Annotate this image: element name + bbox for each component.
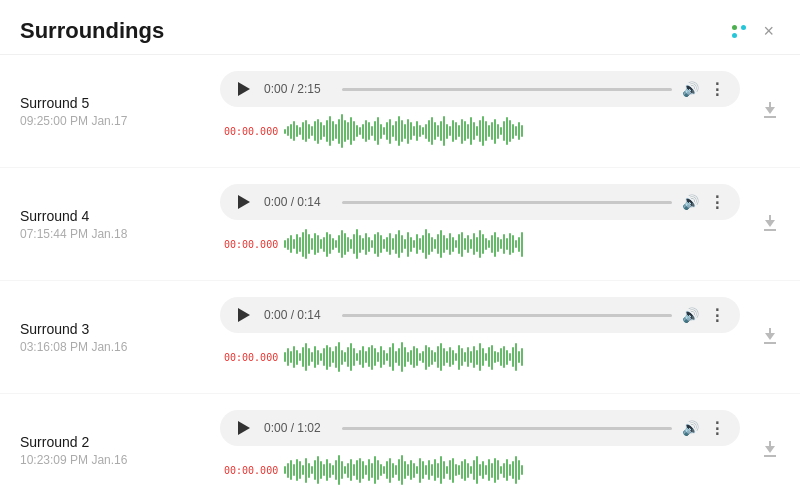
download-button[interactable] bbox=[760, 100, 780, 122]
audio-player: 0:00 / 1:02 🔊 ⋮ bbox=[220, 410, 740, 446]
waveform-bar bbox=[431, 464, 433, 477]
waveform-bar bbox=[311, 126, 313, 136]
waveform-bar bbox=[410, 460, 412, 480]
recording-date: 09:25:00 PM Jan.17 bbox=[20, 114, 200, 128]
waveform-bar bbox=[335, 124, 337, 139]
play-button[interactable] bbox=[234, 418, 254, 438]
audio-player: 0:00 / 2:15 🔊 ⋮ bbox=[220, 71, 740, 107]
waveform-bar bbox=[461, 119, 463, 144]
progress-bar[interactable] bbox=[342, 314, 672, 317]
waveform-bar bbox=[326, 459, 328, 482]
grid-icon[interactable] bbox=[732, 25, 747, 38]
progress-bar[interactable] bbox=[342, 427, 672, 430]
waveform-bar bbox=[458, 465, 460, 475]
waveform-bar bbox=[500, 466, 502, 474]
more-options-icon[interactable]: ⋮ bbox=[709, 193, 726, 212]
play-button[interactable] bbox=[234, 79, 254, 99]
progress-bar[interactable] bbox=[342, 88, 672, 91]
play-button[interactable] bbox=[234, 305, 254, 325]
more-options-icon[interactable]: ⋮ bbox=[709, 80, 726, 99]
volume-icon[interactable]: 🔊 bbox=[682, 194, 699, 210]
waveform-bar bbox=[392, 463, 394, 478]
waveform-bar bbox=[389, 458, 391, 483]
waveform-bar bbox=[473, 346, 475, 369]
waveform-bar bbox=[476, 126, 478, 136]
recording-name: Surround 2 bbox=[20, 434, 200, 450]
download-button[interactable] bbox=[760, 326, 780, 348]
waveform-bar bbox=[299, 461, 301, 479]
close-button[interactable]: × bbox=[757, 18, 780, 44]
waveform-bar bbox=[482, 348, 484, 366]
waveform-bar bbox=[320, 461, 322, 479]
waveform-bar bbox=[389, 347, 391, 367]
waveform-bar bbox=[338, 235, 340, 253]
waveform-bar bbox=[497, 460, 499, 480]
waveform-bar bbox=[476, 237, 478, 252]
waveform-bar bbox=[383, 127, 385, 135]
page-title: Surroundings bbox=[20, 18, 164, 44]
waveform-bar bbox=[347, 237, 349, 252]
waveform-bar bbox=[419, 353, 421, 361]
waveform-area: 00:00.000 bbox=[220, 450, 740, 490]
waveform-bar bbox=[512, 347, 514, 367]
more-options-icon[interactable]: ⋮ bbox=[709, 419, 726, 438]
player-area: 0:00 / 0:14 🔊 ⋮ 00:00.000 bbox=[220, 184, 740, 264]
waveform-bar bbox=[521, 125, 523, 138]
volume-icon[interactable]: 🔊 bbox=[682, 81, 699, 97]
waveform-bar bbox=[389, 119, 391, 144]
waveform-bar bbox=[296, 125, 298, 138]
waveform-bar bbox=[446, 238, 448, 251]
waveform-bar bbox=[374, 234, 376, 254]
waveform-bar bbox=[506, 238, 508, 251]
play-icon bbox=[238, 308, 250, 322]
download-button[interactable] bbox=[760, 213, 780, 235]
waveform-bar bbox=[434, 459, 436, 482]
waveform-bar bbox=[515, 126, 517, 136]
waveform-bar bbox=[512, 235, 514, 253]
waveform-bar bbox=[518, 460, 520, 480]
waveform-bar bbox=[308, 463, 310, 478]
waveform-bar bbox=[446, 124, 448, 139]
play-icon bbox=[238, 195, 250, 209]
waveform-visual bbox=[284, 226, 736, 262]
waveform-bar bbox=[491, 235, 493, 253]
waveform-bar bbox=[323, 348, 325, 366]
volume-icon[interactable]: 🔊 bbox=[682, 307, 699, 323]
waveform-bar bbox=[284, 352, 286, 362]
waveform-bar bbox=[287, 126, 289, 136]
waveform-bar bbox=[467, 463, 469, 478]
waveform-bar bbox=[401, 120, 403, 143]
waveform-bar bbox=[443, 461, 445, 479]
volume-icon[interactable]: 🔊 bbox=[682, 420, 699, 436]
waveform-bar bbox=[443, 116, 445, 146]
download-button[interactable] bbox=[760, 439, 780, 461]
waveform-bar bbox=[338, 119, 340, 144]
waveform-bar bbox=[365, 233, 367, 256]
play-button[interactable] bbox=[234, 192, 254, 212]
waveform-bar bbox=[503, 121, 505, 141]
waveform-bar bbox=[356, 460, 358, 480]
waveform-bar bbox=[356, 353, 358, 361]
waveform-bar bbox=[488, 240, 490, 248]
waveform-bar bbox=[368, 459, 370, 482]
waveform-bar bbox=[362, 238, 364, 251]
waveform-bar bbox=[341, 230, 343, 258]
waveform-bar bbox=[431, 117, 433, 145]
progress-bar[interactable] bbox=[342, 201, 672, 204]
dot-3 bbox=[732, 33, 737, 38]
waveform-bar bbox=[419, 125, 421, 138]
waveform-bar bbox=[308, 124, 310, 139]
waveform-bar bbox=[452, 350, 454, 365]
waveform-bar bbox=[320, 353, 322, 361]
waveform-bar bbox=[314, 346, 316, 369]
waveform-bar bbox=[449, 126, 451, 136]
waveform-bar bbox=[485, 353, 487, 361]
audio-player: 0:00 / 0:14 🔊 ⋮ bbox=[220, 184, 740, 220]
recording-item: Surround 2 10:23:09 PM Jan.16 0:00 / 1:0… bbox=[0, 394, 800, 495]
more-options-icon[interactable]: ⋮ bbox=[709, 306, 726, 325]
waveform-bar bbox=[506, 459, 508, 482]
waveform-bar bbox=[371, 240, 373, 248]
waveform-bar bbox=[413, 126, 415, 136]
waveform-bar bbox=[368, 122, 370, 140]
waveform-bar bbox=[287, 238, 289, 251]
